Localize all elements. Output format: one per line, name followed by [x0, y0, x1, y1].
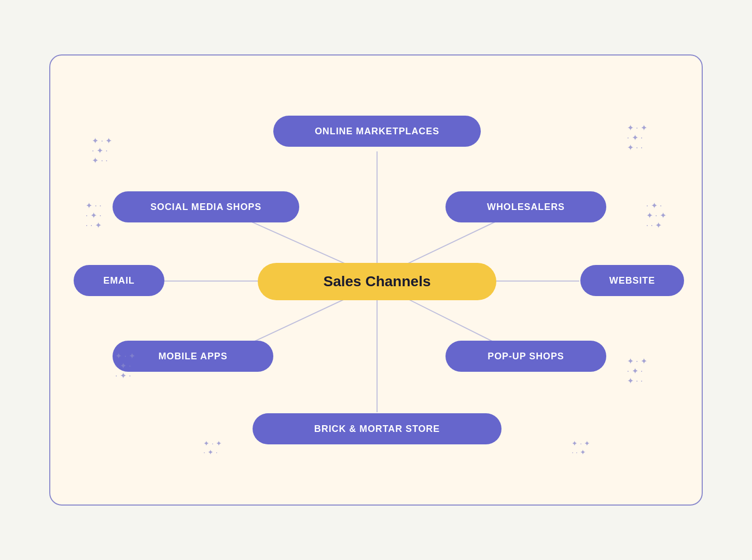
deco-bottom-center-right: ✦ · ✦ · · ✦: [572, 439, 590, 457]
node-pop-up-shops: POP-UP SHOPS: [445, 341, 606, 372]
deco-left: ✦ · · · ✦ · · · ✦: [86, 201, 102, 231]
deco-right: · ✦ · ✦ · ✦ · · ✦: [646, 201, 666, 231]
node-social-media-shops: SOCIAL MEDIA SHOPS: [113, 191, 299, 222]
node-wholesalers: WHOLESALERS: [445, 191, 606, 222]
diagram-container: Sales Channels ONLINE MARKETPLACES SOCIA…: [49, 54, 703, 506]
deco-bottom-left: ✦ · ✦ · ✦ · · ✦ ·: [115, 351, 135, 381]
deco-bottom-right: ✦ · ✦ · ✦ · ✦ · ·: [627, 356, 647, 386]
node-online-marketplaces: ONLINE MARKETPLACES: [273, 116, 481, 147]
center-node: Sales Channels: [258, 263, 496, 300]
deco-bottom-center-left: ✦ · ✦ · ✦ ·: [203, 439, 222, 457]
node-mobile-apps: MOBILE APPS: [113, 341, 273, 372]
node-email: EMAIL: [74, 265, 164, 296]
node-brick-mortar: BRICK & MORTAR STORE: [253, 413, 502, 444]
node-website: WEBSITE: [580, 265, 684, 296]
deco-top-left: ✦ · ✦ · ✦ · ✦ · ·: [92, 136, 112, 166]
deco-top-right: ✦ · ✦ · ✦ · ✦ · ·: [627, 123, 647, 153]
